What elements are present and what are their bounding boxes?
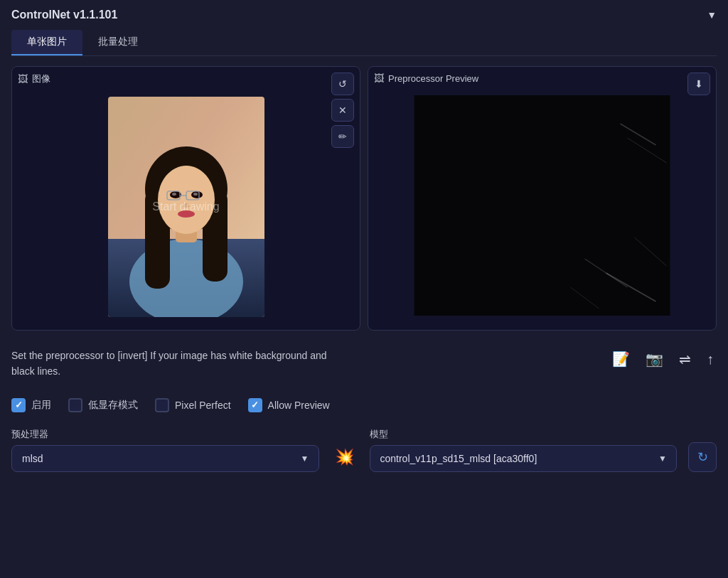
right-panel-icon: 🖼 bbox=[374, 73, 384, 84]
preprocessor-label: 预处理器 bbox=[11, 428, 319, 441]
left-image-panel: 🖼 图像 ↺ ✕ ✏ bbox=[11, 66, 360, 331]
model-select-wrapper: control_v11p_sd15_mlsd [aca30ff0] ▼ bbox=[370, 445, 678, 472]
preprocessor-select[interactable]: mlsd none canny depth bbox=[11, 445, 319, 472]
title-bar: ControlNet v1.1.101 ▼ bbox=[11, 9, 717, 21]
left-panel-actions: ↺ ✕ ✏ bbox=[331, 73, 354, 148]
tab-batch[interactable]: 批量处理 bbox=[82, 30, 154, 55]
left-panel-label: 图像 bbox=[32, 73, 50, 85]
left-image-area[interactable]: Start drawing bbox=[18, 90, 354, 324]
svg-point-9 bbox=[158, 166, 215, 234]
svg-point-15 bbox=[178, 210, 195, 218]
explode-icon: 💥 bbox=[335, 448, 354, 472]
preprocessor-preview bbox=[374, 95, 710, 316]
upload-icon-button[interactable]: ↑ bbox=[704, 348, 717, 370]
right-image-area bbox=[374, 88, 710, 323]
selects-row: 预处理器 mlsd none canny depth ▼ 💥 模型 contro… bbox=[11, 428, 717, 472]
collapse-button[interactable]: ▼ bbox=[707, 9, 717, 21]
download-button[interactable]: ⬇ bbox=[687, 73, 710, 95]
tabs-row: 单张图片 批量处理 bbox=[11, 30, 717, 56]
pixel-perfect-label: Pixel Perfect bbox=[175, 400, 231, 411]
svg-point-12 bbox=[172, 193, 176, 196]
right-panel-header: 🖼 Preprocessor Preview bbox=[374, 73, 710, 84]
undo-button[interactable]: ↺ bbox=[331, 73, 354, 95]
image-panels: 🖼 图像 ↺ ✕ ✏ bbox=[11, 66, 717, 331]
action-icons: 📝 📷 ⇌ ↑ bbox=[609, 348, 717, 370]
allow-preview-label: Allow Preview bbox=[268, 400, 330, 411]
left-panel-header: 🖼 图像 bbox=[18, 73, 354, 85]
right-panel-label: Preprocessor Preview bbox=[388, 73, 478, 84]
uploaded-image bbox=[108, 97, 264, 317]
right-image-panel: 🖼 Preprocessor Preview ⬇ bbox=[368, 66, 717, 331]
enable-checkbox[interactable]: ✓ 启用 bbox=[11, 398, 51, 412]
svg-rect-19 bbox=[414, 95, 670, 316]
camera-icon-button[interactable]: 📷 bbox=[643, 348, 666, 370]
pixel-perfect-checkbox-box bbox=[155, 398, 169, 412]
info-bar: Set the preprocessor to [invert] If your… bbox=[11, 342, 717, 385]
edit-icon-button[interactable]: 📝 bbox=[609, 348, 633, 370]
preprocessor-select-wrapper: mlsd none canny depth ▼ bbox=[11, 445, 319, 472]
low-memory-label: 低显存模式 bbox=[88, 399, 138, 412]
checkbox-row: ✓ 启用 低显存模式 Pixel Perfect ✓ Allow Preview bbox=[11, 398, 717, 412]
model-label: 模型 bbox=[370, 428, 678, 441]
swap-icon-button[interactable]: ⇌ bbox=[676, 348, 694, 370]
low-memory-checkbox[interactable]: 低显存模式 bbox=[68, 398, 138, 412]
svg-point-14 bbox=[183, 203, 189, 208]
brush-button[interactable]: ✏ bbox=[331, 125, 354, 148]
enable-label: 启用 bbox=[31, 399, 51, 412]
low-memory-checkbox-box bbox=[68, 398, 82, 412]
allow-preview-checkbox[interactable]: ✓ Allow Preview bbox=[248, 398, 330, 412]
pixel-perfect-checkbox[interactable]: Pixel Perfect bbox=[155, 398, 231, 412]
enable-checkbox-box: ✓ bbox=[11, 398, 26, 412]
app-title: ControlNet v1.1.101 bbox=[11, 9, 117, 21]
info-text: Set the preprocessor to [invert] If your… bbox=[11, 348, 327, 380]
refresh-button[interactable]: ↻ bbox=[688, 442, 717, 472]
preprocessor-group: 预处理器 mlsd none canny depth ▼ bbox=[11, 428, 319, 472]
close-button[interactable]: ✕ bbox=[331, 99, 354, 122]
tab-single[interactable]: 单张图片 bbox=[11, 30, 82, 55]
svg-point-13 bbox=[193, 193, 198, 196]
right-panel-actions: ⬇ bbox=[687, 73, 710, 95]
left-panel-icon: 🖼 bbox=[18, 73, 28, 85]
model-group: 模型 control_v11p_sd15_mlsd [aca30ff0] ▼ bbox=[370, 428, 678, 472]
allow-preview-checkbox-box: ✓ bbox=[248, 398, 262, 412]
model-select[interactable]: control_v11p_sd15_mlsd [aca30ff0] bbox=[370, 445, 678, 472]
